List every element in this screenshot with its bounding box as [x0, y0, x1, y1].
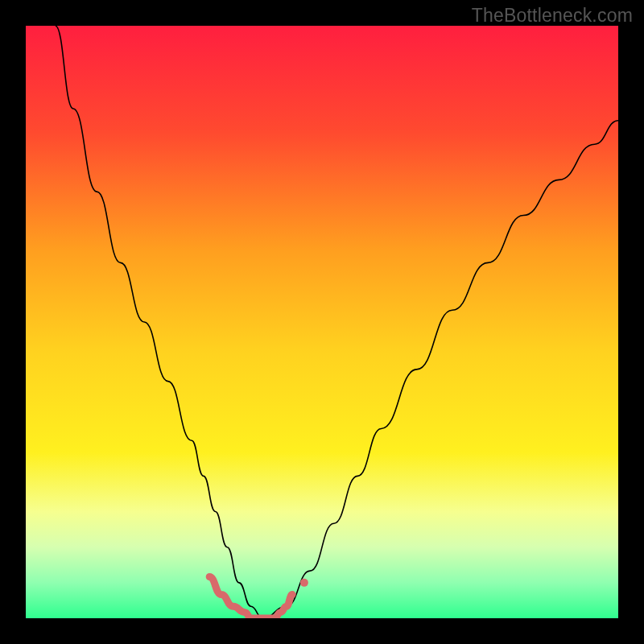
bottleneck-chart [26, 26, 618, 618]
chart-frame: TheBottleneck.com [0, 0, 644, 644]
marker-dot [300, 579, 308, 587]
chart-background [26, 26, 618, 618]
watermark-text: TheBottleneck.com [472, 5, 633, 27]
